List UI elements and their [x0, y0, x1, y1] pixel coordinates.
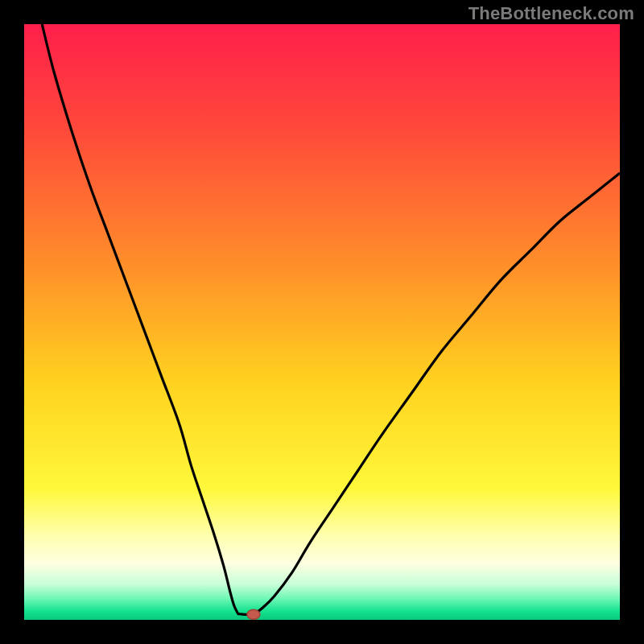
- bottleneck-chart: [0, 0, 644, 644]
- chart-frame: TheBottleneck.com: [0, 0, 644, 644]
- plot-area: [24, 24, 620, 620]
- optimum-marker-icon: [247, 609, 260, 619]
- watermark-text: TheBottleneck.com: [469, 3, 634, 24]
